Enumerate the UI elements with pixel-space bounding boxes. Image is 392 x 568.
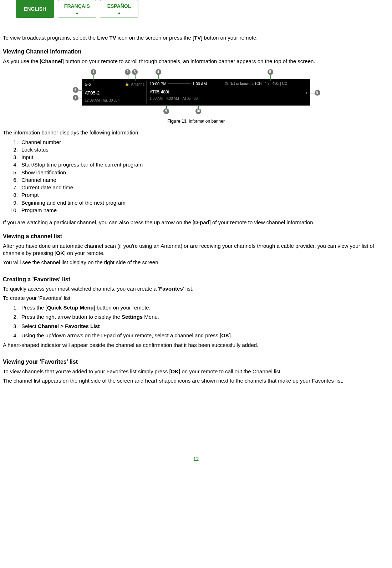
text: ] on your remote to call out the Channel… (179, 368, 282, 374)
tab-english[interactable]: ENGLISH (16, 0, 54, 18)
program-name: AT05 480i (150, 89, 169, 95)
text: Press the [ (21, 305, 47, 311)
list-item: Prompt (19, 191, 389, 199)
list-intro: The information banner displays the foll… (3, 129, 389, 136)
tab-label: ENGLISH (24, 6, 46, 12)
text: To view channels that you've added to yo… (3, 368, 171, 374)
chevron-up-icon: ▲ (117, 10, 121, 15)
text: Press the right arrow button to display … (21, 314, 122, 320)
text: ] button on your remote. (201, 35, 258, 41)
info-banner: 5-2 AT05-2 12:09 AM Thu. 30 Jun. 🔒 Anten… (82, 79, 310, 106)
bold-text: Favorites (159, 286, 183, 292)
text: ]. (229, 332, 232, 338)
text: icon on the screen or press the [ (116, 35, 194, 41)
list-item: Start/Stop time progress bar of the curr… (19, 161, 389, 168)
bold-text: Settings (122, 314, 143, 320)
figure-13: 5-2 AT05-2 12:09 AM Thu. 30 Jun. 🔒 Anten… (3, 68, 389, 124)
input-label: Antenna (131, 82, 144, 87)
list-item: Using the up/down arrows on the D-pad of… (19, 332, 389, 339)
sec3-p1: To quickly access your most-watched chan… (3, 285, 389, 292)
heading-viewing-channel-list: Viewing a channel list (3, 232, 389, 240)
tab-francais[interactable]: FRANÇAIS ▲ (58, 0, 96, 18)
text: ] on your remote. (64, 250, 105, 256)
text: Menu. (143, 314, 159, 320)
tab-espanol[interactable]: ESPAÑOL ▲ (100, 0, 138, 18)
list-item: Select Channel > Favorites List (19, 323, 389, 330)
caption-text: Information banner (188, 119, 225, 124)
info-banner-legend: Channel number Lock status Input Start/S… (3, 139, 389, 214)
text: If you are watching a particular channel… (3, 219, 194, 225)
intro-text: To view broadcast programs, select the L… (3, 34, 389, 41)
show-identification: ⊡ | 1/1 unknown 5.1CH | 4:3 | 480i | CC (225, 81, 287, 86)
list-item: Press the [Quick Setup Menu] button on y… (19, 304, 389, 311)
callout-10: 10 (195, 108, 201, 114)
text: Select (21, 323, 38, 329)
favorites-steps: Press the [Quick Setup Menu] button on y… (3, 304, 389, 339)
text: As you use the [ (3, 58, 41, 64)
list-item: Show identification (19, 169, 389, 176)
caption-bold: Figure 13. (167, 119, 188, 124)
bold-text: D-pad (194, 219, 209, 225)
bold-text: Channel > Favorites List (38, 323, 100, 329)
callout-9: 9 (163, 108, 169, 114)
chevron-right-icon: › (306, 90, 307, 96)
text: To quickly access your most-watched chan… (3, 286, 159, 292)
list-item: Beginning and end time of the next progr… (19, 199, 389, 206)
info-banner-diagram: 5-2 AT05-2 12:09 AM Thu. 30 Jun. 🔒 Anten… (71, 68, 321, 115)
heading-creating-favorites: Creating a 'Favorites' list (3, 276, 389, 283)
divider (146, 81, 147, 104)
dpad-text: If you are watching a particular channel… (3, 219, 389, 226)
list-item: Channel name (19, 176, 389, 184)
callout-1: 1 (91, 69, 96, 75)
sec3-p2: To create your 'Favorites' list: (3, 295, 389, 302)
callout-7: 7 (73, 95, 78, 101)
text: ] of your remote to view channel informa… (209, 219, 315, 225)
language-tabs: ENGLISH FRANÇAIS ▲ ESPAÑOL ▲ (3, 0, 389, 32)
text: Using the up/down arrows on the D-pad of… (21, 332, 221, 338)
text: To view broadcast programs, select the (3, 35, 97, 41)
text: ' list. (183, 286, 194, 292)
tab-label: ESPAÑOL (107, 3, 131, 10)
callout-8: 8 (315, 90, 320, 96)
lock-icon: 🔒 (125, 82, 129, 87)
page-number: 12 (3, 456, 389, 462)
end-time: 1:00 AM (193, 81, 207, 87)
bold-text: OK (171, 368, 179, 374)
list-item: Lock status (19, 146, 389, 153)
next-program-name: AT05 480i (183, 96, 199, 101)
heading-viewing-channel-info: Viewing Channel information (3, 48, 389, 56)
list-item: Program name (19, 207, 389, 214)
tab-label: FRANÇAIS (64, 3, 90, 10)
callout-6: 6 (73, 87, 78, 93)
sec2-p1: After you have done an automatic channel… (3, 242, 389, 257)
current-datetime: 12:09 AM Thu. 30 Jun. (85, 98, 138, 103)
list-item: Current date and time (19, 184, 389, 191)
list-item: Press the right arrow button to display … (19, 313, 389, 321)
callout-2: 2 (125, 69, 131, 75)
bold-text: TV (194, 35, 201, 41)
progress-bar (168, 83, 190, 84)
sec4-p2: The channel list appears on the right si… (3, 377, 389, 384)
chevron-up-icon: ▲ (75, 10, 79, 15)
channel-name: AT05-2 (85, 90, 138, 96)
callout-4: 4 (156, 69, 161, 75)
bold-text: OK (56, 250, 64, 256)
list-item: Channel number (19, 139, 389, 146)
sec3-p3: A heart-shaped indicator will appear bes… (3, 342, 389, 349)
callout-3: 3 (132, 69, 138, 75)
bold-text: OK (221, 332, 229, 338)
bold-text: Live TV (97, 35, 116, 41)
bold-text: Channel (41, 58, 62, 64)
figure-caption: Figure 13. Information banner (3, 118, 389, 124)
next-time: 1:00 AM - 4:00 AM (150, 96, 179, 101)
callout-5: 5 (268, 69, 273, 75)
text: ] button on your remote to scroll throug… (62, 58, 315, 64)
list-item: Input (19, 154, 389, 161)
sec1-text: As you use the [Channel] button on your … (3, 58, 389, 65)
text: ] button on your remote. (94, 305, 151, 311)
sec4-p1: To view channels that you've added to yo… (3, 368, 389, 375)
page-content: To view broadcast programs, select the L… (3, 34, 389, 462)
start-time: 10:00 PM (150, 82, 167, 86)
bold-text: Quick Setup Menu (47, 305, 94, 311)
sec2-p2: You will see the channel list display on… (3, 259, 389, 266)
